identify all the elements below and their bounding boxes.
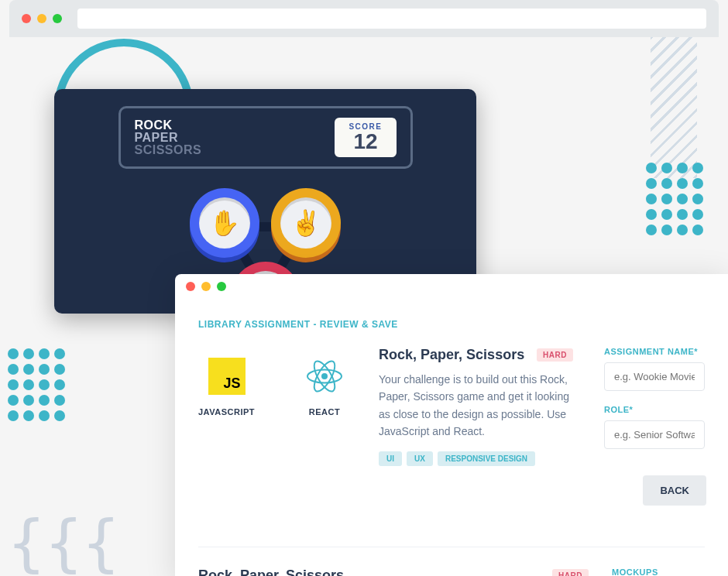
decorative-dots-right [646, 163, 703, 235]
description-column: Rock, Paper, Scissors HARD Your challeng… [379, 347, 573, 466]
maximize-icon[interactable] [53, 14, 62, 23]
section-label: LIBRARY ASSIGNMENT - REVIEW & SAVE [198, 319, 705, 330]
svg-point-1 [321, 373, 328, 379]
tech-column: JS JAVASCRIPT REACT [198, 347, 348, 466]
assignment-title: Rock, Paper, Scissors [379, 347, 524, 363]
score-value: 12 [349, 131, 382, 153]
role-label: ROLE* [604, 405, 705, 414]
tech-name-js: JAVASCRIPT [198, 407, 255, 417]
role-input[interactable] [604, 420, 705, 449]
outer-browser-chrome [9, 0, 719, 37]
close-icon[interactable] [22, 14, 31, 23]
close-icon[interactable] [186, 282, 195, 291]
url-bar[interactable] [77, 9, 706, 29]
maximize-icon[interactable] [217, 282, 226, 291]
react-icon [305, 357, 344, 396]
score-box: SCORE 12 [335, 118, 396, 157]
decorative-lines [651, 23, 697, 178]
game-title-line2: PAPER [135, 132, 202, 144]
tag: UX [407, 451, 433, 466]
mockups-label: MOCKUPS [612, 567, 705, 576]
traffic-lights-inner [186, 282, 226, 291]
form-column: ASSIGNMENT NAME* ROLE* [604, 347, 705, 466]
second-difficulty-badge: HARD [552, 569, 589, 576]
paper-choice[interactable]: ✋ [190, 188, 259, 258]
difficulty-badge: HARD [537, 348, 573, 362]
second-title: Rock, Paper, Scissors [198, 567, 344, 576]
game-header: ROCK PAPER SCISSORS SCORE 12 [118, 106, 413, 169]
assignment-description: Your challenge is to build out this Rock… [379, 371, 573, 441]
decorative-braces: {{{ [8, 519, 120, 568]
assignment-name-label: ASSIGNMENT NAME* [604, 347, 705, 356]
hand-paper-icon: ✋ [209, 208, 240, 238]
back-button[interactable]: BACK [643, 475, 706, 506]
hand-scissors-icon: ✌ [290, 208, 321, 238]
tech-react: REACT [301, 353, 348, 466]
inner-browser-chrome [175, 274, 728, 299]
javascript-icon: JS [208, 358, 246, 395]
game-title-line1: ROCK [135, 119, 202, 132]
assignment-name-input[interactable] [604, 362, 705, 391]
tech-javascript: JS JAVASCRIPT [198, 353, 255, 466]
traffic-lights [22, 14, 62, 23]
decorative-dots-left [8, 348, 65, 421]
tag: UI [379, 451, 402, 466]
second-card: Rock, Paper, Scissors HARD MOCKUPS [198, 547, 705, 576]
game-title: ROCK PAPER SCISSORS [135, 119, 202, 156]
assignment-panel: LIBRARY ASSIGNMENT - REVIEW & SAVE JS JA… [175, 274, 728, 576]
minimize-icon[interactable] [201, 282, 211, 291]
tech-name-react: REACT [301, 407, 348, 417]
game-title-line3: SCISSORS [135, 144, 202, 156]
tag: RESPONSIVE DESIGN [438, 451, 535, 466]
scissors-choice[interactable]: ✌ [271, 188, 341, 258]
tags-row: UI UX RESPONSIVE DESIGN [379, 451, 573, 466]
minimize-icon[interactable] [37, 14, 46, 23]
